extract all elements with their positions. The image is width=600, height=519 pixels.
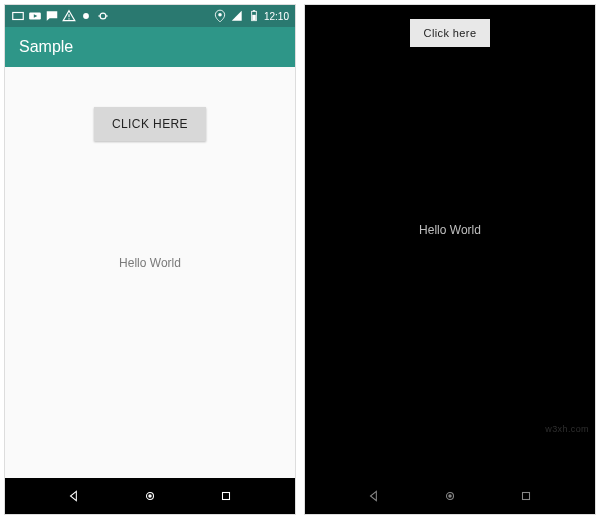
recent-icon[interactable] (519, 489, 533, 503)
svg-rect-11 (253, 10, 255, 11)
content-area-light: CLICK HERE Hello World (5, 67, 295, 478)
status-bar: 12:10 (5, 5, 295, 27)
svg-rect-15 (223, 493, 230, 500)
nav-bar-dark (305, 478, 595, 514)
click-here-button[interactable]: CLICK HERE (94, 107, 206, 141)
message-icon (45, 9, 59, 23)
content-area-dark: Click here Hello World w3xh.com (305, 5, 595, 478)
hello-world-text: Hello World (419, 223, 481, 237)
svg-point-9 (218, 13, 222, 17)
phone-light: 12:10 Sample CLICK HERE Hello World (4, 4, 296, 515)
svg-rect-0 (13, 13, 24, 20)
svg-point-14 (148, 494, 152, 498)
nav-bar-light (5, 478, 295, 514)
svg-rect-18 (523, 493, 530, 500)
home-icon[interactable] (143, 489, 157, 503)
svg-point-6 (100, 13, 106, 19)
dot-icon (79, 9, 93, 23)
back-icon[interactable] (67, 489, 81, 503)
status-time: 12:10 (264, 11, 289, 22)
back-icon[interactable] (367, 489, 381, 503)
home-icon[interactable] (443, 489, 457, 503)
svg-point-17 (448, 494, 452, 498)
click-here-button[interactable]: Click here (410, 19, 491, 47)
bug-icon (96, 9, 110, 23)
svg-rect-12 (252, 15, 256, 20)
app-bar: Sample (5, 27, 295, 67)
watermark-text: w3xh.com (545, 424, 589, 434)
app-title: Sample (19, 38, 73, 56)
battery-icon (247, 9, 261, 23)
rect-icon (11, 9, 25, 23)
signal-icon (230, 9, 244, 23)
svg-point-5 (83, 13, 89, 19)
svg-rect-3 (68, 14, 69, 17)
warning-icon (62, 9, 76, 23)
phone-dark: Click here Hello World w3xh.com (304, 4, 596, 515)
location-icon (213, 9, 227, 23)
hello-world-text: Hello World (119, 256, 181, 270)
status-left-icons (11, 9, 110, 23)
svg-rect-4 (68, 18, 69, 19)
status-right-icons: 12:10 (213, 9, 289, 23)
recent-icon[interactable] (219, 489, 233, 503)
play-icon (28, 9, 42, 23)
